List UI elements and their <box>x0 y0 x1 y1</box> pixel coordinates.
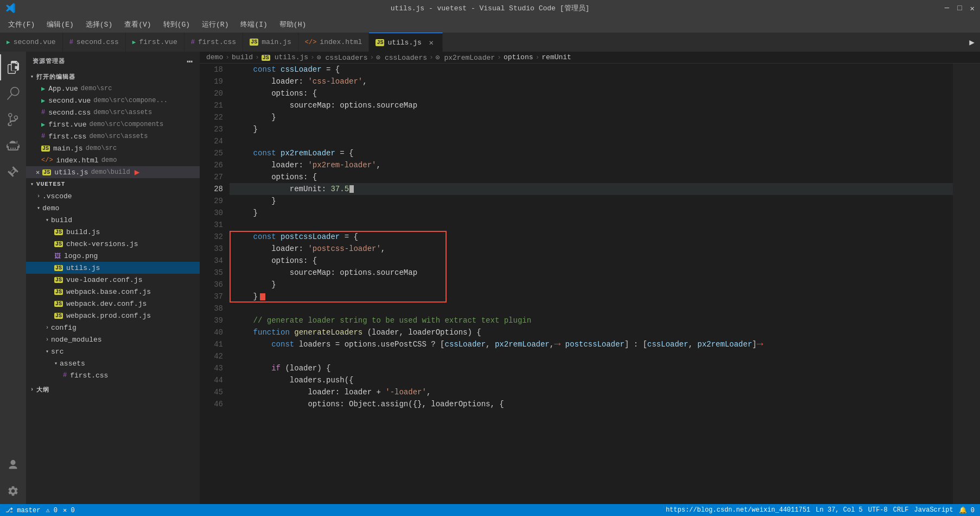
sidebar-more-button[interactable]: ⋯ <box>187 55 193 67</box>
breadcrumb-item[interactable]: ⊙ px2remLoader <box>436 53 495 62</box>
tab-first-css[interactable]: # first.css <box>184 33 243 52</box>
close-button[interactable]: ✕ <box>970 4 975 13</box>
breadcrumb-separator: › <box>225 53 230 61</box>
sidebar-item-logo-png[interactable]: 🖼 logo.png <box>26 250 200 262</box>
menu-select[interactable]: 选择(S) <box>80 17 118 32</box>
maximize-button[interactable]: □ <box>957 4 962 12</box>
status-line-ending[interactable]: CRLF <box>893 506 909 514</box>
breadcrumb-separator: › <box>429 53 434 61</box>
menu-run[interactable]: 运行(R) <box>196 17 234 32</box>
file-name: second.vue <box>48 97 91 105</box>
tab-close-button[interactable]: ✕ <box>427 38 436 47</box>
code-line-22: } <box>230 111 953 123</box>
breadcrumb-item-remunit[interactable]: remUnit <box>542 53 571 61</box>
menu-goto[interactable]: 转到(G) <box>158 17 195 32</box>
tab-second-css[interactable]: # second.css <box>63 33 126 52</box>
status-language[interactable]: JavaScript <box>914 506 953 514</box>
run-button[interactable]: ▶ <box>964 33 980 52</box>
account-icon[interactable] <box>0 452 26 478</box>
sidebar-item-main-js[interactable]: JS main.js demo\src <box>26 142 200 154</box>
breadcrumb-item[interactable]: JS utils.js <box>262 53 308 61</box>
vuetest-section[interactable]: ▾ VUETEST <box>26 178 200 190</box>
sidebar: 资源管理器 ⋯ ▾ 打开的编辑器 ▶ App.vue demo\src ▶ se… <box>26 52 200 504</box>
tab-main-js[interactable]: JS main.js <box>243 33 298 52</box>
status-warnings[interactable]: ⚠ 0 <box>46 506 58 514</box>
sidebar-folder-src[interactable]: ▾ src <box>26 345 200 357</box>
status-notifications[interactable]: 🔔 0 <box>959 506 975 514</box>
menu-terminal[interactable]: 终端(I) <box>235 17 272 32</box>
outline-label: 大纲 <box>36 386 49 394</box>
file-path: demo\build <box>91 168 130 176</box>
menu-help[interactable]: 帮助(H) <box>274 17 311 32</box>
menu-view[interactable]: 查看(V) <box>119 17 156 32</box>
line-num-25: 25 <box>200 147 223 159</box>
sidebar-item-first-css-tree[interactable]: # first.css <box>26 369 200 381</box>
sidebar-item-index-html[interactable]: </> index.html demo <box>26 154 200 166</box>
sidebar-folder-build[interactable]: ▾ build <box>26 214 200 226</box>
status-url[interactable]: https://blog.csdn.net/weixin_44011751 <box>666 506 810 514</box>
minimize-button[interactable]: ─ <box>945 4 949 12</box>
sidebar-item-build-js[interactable]: JS build.js <box>26 226 200 238</box>
search-icon[interactable] <box>0 80 26 106</box>
tab-utils-js[interactable]: JS utils.js ✕ <box>369 33 442 52</box>
sidebar-item-app-vue[interactable]: ▶ App.vue demo\src <box>26 83 200 95</box>
code-line-39: // generate loader string to be used wit… <box>230 314 953 326</box>
breadcrumb-item-options[interactable]: options <box>504 53 533 61</box>
extensions-icon[interactable] <box>0 159 26 185</box>
sidebar-item-check-versions[interactable]: JS check-versions.js <box>26 238 200 250</box>
source-control-icon[interactable] <box>0 106 26 133</box>
status-line-col[interactable]: Ln 37, Col 5 <box>816 506 862 514</box>
sidebar-folder-assets[interactable]: ▾ assets <box>26 357 200 369</box>
debug-icon[interactable] <box>0 133 26 159</box>
status-encoding[interactable]: UTF-8 <box>868 506 888 514</box>
folder-name: config <box>51 324 77 332</box>
tab-first-vue[interactable]: ▶ first.vue <box>126 33 184 52</box>
settings-icon[interactable] <box>0 478 26 504</box>
status-errors[interactable]: ✕ 0 <box>63 506 75 514</box>
title-bar-title: utils.js - vuetest - Visual Studio Code … <box>391 3 590 13</box>
sidebar-item-vue-loader[interactable]: JS vue-loader.conf.js <box>26 274 200 286</box>
line-num-45: 45 <box>200 386 223 398</box>
main-area: 资源管理器 ⋯ ▾ 打开的编辑器 ▶ App.vue demo\src ▶ se… <box>0 52 980 504</box>
sidebar-header: 资源管理器 ⋯ <box>26 52 200 71</box>
breadcrumb-item[interactable]: ⊙ cssLoaders <box>317 53 368 62</box>
sidebar-item-second-css[interactable]: # second.css demo\src\assets <box>26 106 200 118</box>
outline-section[interactable]: › 大纲 <box>26 383 200 395</box>
sidebar-folder-vscode[interactable]: › .vscode <box>26 190 200 202</box>
sidebar-folder-config[interactable]: › config <box>26 322 200 333</box>
file-name: webpack.dev.conf.js <box>66 300 147 308</box>
css-icon: # <box>69 39 73 46</box>
tab-index-html[interactable]: </> index.html <box>298 33 370 52</box>
cursor <box>349 185 354 193</box>
sidebar-item-webpack-dev[interactable]: JS webpack.dev.conf.js <box>26 298 200 310</box>
sidebar-item-webpack-prod[interactable]: JS webpack.prod.conf.js <box>26 310 200 322</box>
open-editors-section[interactable]: ▾ 打开的编辑器 <box>26 71 200 83</box>
status-branch[interactable]: ⎇ master <box>5 506 40 514</box>
menu-edit[interactable]: 编辑(E) <box>41 17 79 32</box>
breadcrumb-item[interactable]: build <box>232 53 253 61</box>
code-line-29: } <box>230 195 953 207</box>
explorer-icon[interactable] <box>0 54 26 80</box>
code-editor[interactable]: 18 19 20 21 22 23 24 25 26 27 28 29 30 3… <box>200 64 980 504</box>
line-num-33: 33 <box>200 243 223 255</box>
line-num-37: 37 <box>200 291 223 303</box>
file-close-icon[interactable]: ✕ <box>36 168 40 177</box>
sidebar-item-utils-js-tree[interactable]: JS utils.js <box>26 262 200 274</box>
file-name: utils.js <box>54 168 88 177</box>
breadcrumb-item[interactable]: demo <box>206 53 223 61</box>
menu-file[interactable]: 文件(F) <box>3 17 40 32</box>
sidebar-item-first-vue[interactable]: ▶ first.vue demo\src\components <box>26 118 200 130</box>
breadcrumb-item[interactable]: ⊙ cssLoaders <box>376 53 427 62</box>
tab-second-vue[interactable]: ▶ second.vue <box>0 33 63 52</box>
sidebar-item-utils-js[interactable]: ✕ JS utils.js demo\build ▶ <box>26 166 200 178</box>
sidebar-item-first-css[interactable]: # first.css demo\src\assets <box>26 130 200 142</box>
line-numbers: 18 19 20 21 22 23 24 25 26 27 28 29 30 3… <box>200 64 230 504</box>
code-line-46: options: Object.assign({}, loaderOptions… <box>230 398 953 410</box>
code-content[interactable]: const cssLoader = { loader: 'css-loader'… <box>230 64 953 504</box>
code-line-36: } <box>230 279 953 291</box>
sidebar-item-webpack-base[interactable]: JS webpack.base.conf.js <box>26 286 200 298</box>
line-num-18: 18 <box>200 64 223 75</box>
sidebar-item-second-vue[interactable]: ▶ second.vue demo\src\compone... <box>26 95 200 106</box>
sidebar-folder-demo[interactable]: ▾ demo <box>26 202 200 214</box>
sidebar-folder-node-modules[interactable]: › node_modules <box>26 333 200 345</box>
